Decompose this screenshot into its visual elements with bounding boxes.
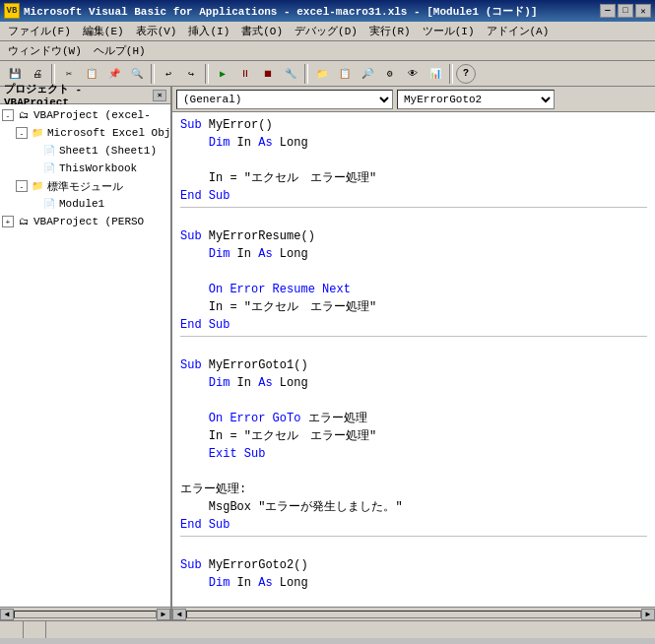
tb-reset[interactable]: ⏹ [257, 63, 279, 85]
code-line-16 [180, 392, 647, 410]
tree-item-standard-module[interactable]: - 📁 標準モジュール [2, 177, 168, 195]
tb-locals[interactable]: 📊 [425, 63, 446, 85]
tree-item-vbaproject-perso[interactable]: + 🗂 VBAProject (PERSO [2, 213, 168, 230]
code-line-26: Dim In As Long [180, 574, 647, 592]
code-line-23: End Sub [180, 516, 647, 534]
code-line-11: In = "エクセル エラー処理" [180, 298, 647, 316]
tree-expand-standard[interactable]: - [16, 180, 28, 192]
tb-sep1 [51, 64, 55, 84]
tree-label-vba-perso: VBAProject (PERSO [33, 216, 144, 227]
main-area: プロジェクト - VBAProject × - 🗂 VBAProject (ex… [0, 87, 655, 620]
menu-bar-row2: ウィンドウ(W) ヘルプ(H) [0, 41, 655, 61]
menu-edit[interactable]: 編集(E) [77, 22, 130, 40]
tree-item-msexcel-obj[interactable]: - 📁 Microsoft Excel Obj [2, 124, 168, 142]
menu-format[interactable]: 書式(O) [235, 22, 289, 40]
menu-debug[interactable]: デバッグ(D) [289, 22, 363, 40]
menu-tools[interactable]: ツール(I) [417, 22, 481, 40]
tb-sep4 [304, 64, 308, 84]
code-line-18: In = "エクセル エラー処理" [180, 427, 647, 445]
title-bar: VB Microsoft Visual Basic for Applicatio… [0, 0, 655, 22]
project-scroll-track [14, 611, 157, 618]
menu-addin[interactable]: アドイン(A) [481, 22, 556, 40]
tree-label-thisworkbook: ThisWorkbook [59, 162, 137, 174]
tree-item-thisworkbook[interactable]: 📄 ThisWorkbook [2, 160, 168, 177]
maximize-button[interactable]: □ [618, 4, 633, 18]
code-line-6 [180, 210, 647, 227]
menu-file[interactable]: ファイル(F) [2, 22, 77, 40]
code-line-13 [180, 339, 647, 356]
section-divider-1 [180, 207, 647, 208]
tb-sep5 [449, 64, 453, 84]
project-hscroll[interactable]: ◀ ▶ [0, 607, 170, 620]
tb-design[interactable]: 🔧 [280, 63, 301, 85]
tb-propwin[interactable]: 📋 [334, 63, 356, 85]
tb-help[interactable]: ? [456, 64, 476, 84]
tb-run[interactable]: ▶ [212, 63, 233, 85]
sheet1-icon: 📄 [41, 143, 57, 159]
tree-item-sheet1[interactable]: 📄 Sheet1 (Sheet1) [2, 142, 168, 160]
code-line-22: MsgBox "エラーが発生しました。" [180, 498, 647, 516]
tree-label-module1: Module1 [59, 198, 104, 210]
code-line-20 [180, 463, 647, 481]
status-bar [0, 620, 655, 638]
tb-projexp[interactable]: 📁 [311, 63, 333, 85]
tree-item-module1[interactable]: 📄 Module1 [2, 195, 168, 213]
code-hscroll[interactable]: ◀ ▶ [172, 607, 655, 620]
tb-toolbar[interactable]: ⚙ [379, 63, 401, 85]
code-line-1: Sub MyError() [180, 116, 647, 134]
thisworkbook-icon: 📄 [41, 161, 57, 176]
tree-expand-vba-perso[interactable]: + [2, 216, 14, 227]
code-panel: (General) MyErrorGoto2 Sub MyError() Dim… [172, 87, 655, 620]
app-icon: VB [4, 3, 20, 19]
standard-module-icon: 📁 [30, 178, 45, 194]
code-line-24 [180, 539, 647, 556]
status-item-1 [0, 621, 24, 638]
menu-run[interactable]: 実行(R) [363, 22, 417, 40]
tree-item-vbaproject-excel[interactable]: - 🗂 VBAProject (excel- [2, 106, 168, 124]
code-line-25: Sub MyErrorGoto2() [180, 556, 647, 574]
tb-sep3 [205, 64, 209, 84]
project-tree[interactable]: - 🗂 VBAProject (excel- - 📁 Microsoft Exc… [0, 104, 170, 607]
code-line-19: Exit Sub [180, 445, 647, 463]
menu-help[interactable]: ヘルプ(H) [88, 41, 152, 60]
tb-watch[interactable]: 👁 [402, 63, 424, 85]
sub-dropdown[interactable]: MyErrorGoto2 [397, 90, 555, 109]
tb-objbrow[interactable]: 🔎 [357, 63, 378, 85]
code-scroll-track [186, 611, 641, 618]
tb-redo[interactable]: ↪ [180, 63, 202, 85]
code-line-8: Dim In As Long [180, 245, 647, 263]
tree-expand-msexcel[interactable]: - [16, 127, 28, 139]
project-header: プロジェクト - VBAProject × [0, 87, 170, 104]
project-close-button[interactable]: × [153, 90, 166, 101]
tree-label-standard: 標準モジュール [47, 179, 123, 194]
code-toolbar: (General) MyErrorGoto2 [172, 87, 655, 112]
code-line-5: End Sub [180, 187, 647, 205]
tb-break[interactable]: ⏸ [234, 63, 256, 85]
project-scroll-right[interactable]: ▶ [157, 609, 170, 620]
general-dropdown[interactable]: (General) [176, 90, 393, 109]
menu-window[interactable]: ウィンドウ(W) [2, 41, 88, 60]
vba-perso-icon: 🗂 [16, 214, 32, 229]
code-line-27 [180, 592, 647, 607]
menu-insert[interactable]: 挿入(I) [182, 22, 235, 40]
code-line-12: End Sub [180, 316, 647, 334]
window-controls: — □ ✕ [600, 4, 651, 18]
code-line-3 [180, 152, 647, 169]
tree-expand-vba-excel[interactable]: - [2, 109, 14, 121]
tree-label-msexcel: Microsoft Excel Obj [47, 127, 170, 139]
code-area[interactable]: Sub MyError() Dim In As Long In = "エクセル … [172, 112, 655, 607]
module1-icon: 📄 [41, 196, 57, 212]
status-item-2 [24, 621, 47, 638]
menu-view[interactable]: 表示(V) [130, 22, 183, 40]
code-scroll-left[interactable]: ◀ [172, 609, 186, 620]
msexcel-icon: 📁 [30, 125, 45, 141]
close-button[interactable]: ✕ [635, 4, 651, 18]
code-line-17: On Error GoTo エラー処理 [180, 410, 647, 427]
code-scroll-right[interactable]: ▶ [641, 609, 655, 620]
project-scroll-left[interactable]: ◀ [0, 609, 14, 620]
minimize-button[interactable]: — [600, 4, 616, 18]
section-divider-2 [180, 336, 647, 337]
tree-label-vba-excel: VBAProject (excel- [33, 109, 151, 121]
tb-sep2 [151, 64, 155, 84]
tb-undo[interactable]: ↩ [158, 63, 179, 85]
